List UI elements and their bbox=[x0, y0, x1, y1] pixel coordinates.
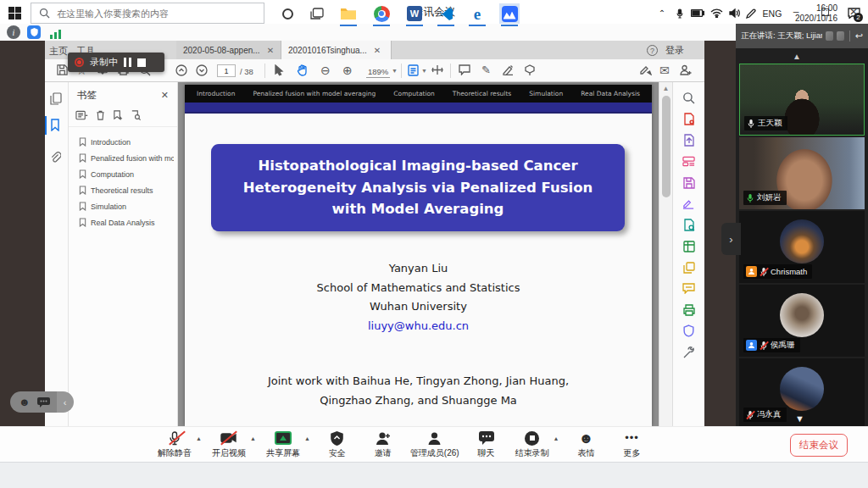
manage-members-button[interactable]: 管理成员(26) bbox=[410, 430, 459, 459]
highlight-pen-icon[interactable]: ✎ bbox=[481, 64, 491, 76]
tray-volume-icon[interactable] bbox=[726, 0, 743, 26]
close-tab-icon[interactable]: ✕ bbox=[267, 46, 274, 55]
zoom-dropdown-icon[interactable]: ▼ bbox=[392, 68, 398, 74]
collapse-pill-icon[interactable]: ‹ bbox=[57, 391, 74, 413]
scrollbar-thumb[interactable] bbox=[662, 96, 670, 197]
security-button[interactable]: 安全 bbox=[319, 430, 356, 459]
mic-options-caret[interactable]: ▲ bbox=[196, 435, 202, 441]
export-pdf-tool-icon[interactable] bbox=[682, 112, 696, 126]
page-thumbnails-icon[interactable] bbox=[50, 92, 64, 106]
fit-dropdown-icon[interactable]: ▼ bbox=[421, 68, 427, 74]
previous-page-icon[interactable] bbox=[175, 64, 187, 76]
zoom-in-icon[interactable]: ⊕ bbox=[342, 64, 353, 76]
bookmark-item[interactable]: Real Data Analysis bbox=[79, 214, 174, 230]
return-icon[interactable]: ↩ bbox=[855, 30, 863, 42]
bookmark-search-icon[interactable] bbox=[131, 110, 141, 120]
video-options-caret[interactable]: ▲ bbox=[250, 435, 256, 441]
tab-home[interactable]: 主页 bbox=[49, 43, 68, 59]
taskbar-search-box[interactable] bbox=[31, 3, 264, 24]
video-tile-speaking[interactable]: 王天颖 bbox=[739, 64, 865, 136]
select-tool-icon[interactable] bbox=[274, 64, 284, 76]
comment-icon[interactable] bbox=[459, 64, 470, 75]
chrome-icon[interactable] bbox=[371, 3, 392, 24]
cortana-button[interactable] bbox=[277, 3, 298, 24]
word-icon[interactable]: W bbox=[404, 3, 425, 24]
tencent-meeting-icon[interactable] bbox=[499, 3, 520, 24]
page-number-input[interactable] bbox=[217, 64, 236, 77]
video-tile[interactable]: 侯禹珊 bbox=[739, 285, 865, 357]
scroll-up-icon[interactable]: ▲ bbox=[659, 82, 672, 92]
tray-language-label[interactable]: ENG bbox=[760, 0, 784, 26]
tray-mic-icon[interactable] bbox=[672, 0, 687, 26]
organize-pages-tool-icon[interactable] bbox=[682, 260, 696, 274]
emoji-quick-icon[interactable]: ☻ bbox=[19, 396, 31, 408]
bookmark-item[interactable]: Theoretical results bbox=[79, 182, 174, 198]
email-icon[interactable]: ✉ bbox=[659, 64, 670, 76]
notification-center-icon[interactable]: 2 bbox=[843, 0, 865, 26]
close-panel-icon[interactable]: ✕ bbox=[161, 90, 169, 101]
pdf-scrollbar[interactable]: ▲ bbox=[659, 82, 672, 426]
add-person-icon[interactable] bbox=[680, 64, 692, 75]
tray-clock[interactable]: 16:00 2020/10/16 bbox=[787, 0, 839, 26]
task-view-button[interactable] bbox=[307, 3, 327, 24]
pause-recording-button[interactable] bbox=[124, 58, 131, 67]
video-tile[interactable]: Chrismath bbox=[739, 211, 865, 283]
record-options-caret[interactable]: ▲ bbox=[554, 435, 559, 441]
bookmark-item[interactable]: Penalized fusion with mode bbox=[79, 150, 174, 166]
page-width-icon[interactable] bbox=[431, 64, 443, 75]
sign-tool-icon[interactable] bbox=[682, 197, 696, 211]
delete-bookmark-icon[interactable] bbox=[96, 110, 105, 120]
tray-battery-icon[interactable] bbox=[689, 0, 706, 26]
comment-tool-icon[interactable] bbox=[682, 281, 696, 296]
bookmark-options-icon[interactable] bbox=[75, 110, 88, 120]
invite-button[interactable]: 邀请 bbox=[364, 430, 402, 459]
edge-icon[interactable]: e bbox=[467, 3, 487, 24]
hand-tool-icon[interactable] bbox=[297, 64, 309, 76]
attachments-icon[interactable] bbox=[50, 152, 64, 165]
share-options-caret[interactable]: ▲ bbox=[304, 435, 310, 441]
sign-in-link[interactable]: 登录 bbox=[665, 44, 684, 57]
fit-page-icon[interactable] bbox=[408, 64, 419, 76]
create-pdf-tool-icon[interactable] bbox=[682, 133, 696, 147]
meeting-security-icon[interactable] bbox=[27, 25, 41, 39]
search-tool-icon[interactable] bbox=[682, 91, 696, 105]
close-tab-icon[interactable]: ✕ bbox=[374, 46, 381, 55]
bookmark-item[interactable]: Introduction bbox=[79, 134, 174, 150]
more-tools-icon[interactable] bbox=[682, 345, 696, 359]
scroll-videos-down-icon[interactable]: ▼ bbox=[795, 413, 804, 424]
video-tile[interactable]: 刘妍岩 bbox=[739, 137, 865, 209]
share-screen-button[interactable]: 共享屏幕 bbox=[264, 430, 302, 459]
save-as-tool-icon[interactable] bbox=[682, 175, 696, 190]
end-meeting-button[interactable]: 结束会议 bbox=[790, 434, 848, 457]
edit-pdf-tool-icon[interactable] bbox=[682, 154, 696, 169]
meeting-info-icon[interactable]: i bbox=[7, 25, 20, 39]
help-icon[interactable]: ? bbox=[647, 45, 658, 56]
start-video-button[interactable]: 开启视频 bbox=[210, 430, 248, 459]
document-tab-2-active[interactable]: 20201016Tsinghua... ✕ bbox=[281, 41, 392, 59]
search-input[interactable] bbox=[57, 8, 243, 19]
chat-quick-icon[interactable] bbox=[37, 397, 50, 408]
tray-expand-icon[interactable]: ⌃ bbox=[654, 0, 670, 26]
file-explorer-icon[interactable] bbox=[338, 3, 359, 24]
stop-record-button[interactable]: 结束录制 bbox=[514, 430, 551, 459]
windows-start-button[interactable] bbox=[8, 7, 21, 19]
zoom-out-icon[interactable]: ⊖ bbox=[320, 64, 331, 76]
tray-wifi-icon[interactable] bbox=[708, 0, 725, 26]
bookmarks-panel-icon[interactable] bbox=[50, 119, 64, 132]
zoom-level-value[interactable]: 189% bbox=[366, 67, 390, 78]
save-icon[interactable] bbox=[57, 64, 68, 75]
stamp-icon[interactable] bbox=[524, 64, 536, 75]
fill-sign-icon[interactable] bbox=[503, 64, 515, 75]
share-pen-icon[interactable] bbox=[640, 64, 652, 75]
unmute-button[interactable]: 解除静音 bbox=[156, 430, 193, 459]
export-excel-tool-icon[interactable] bbox=[682, 239, 696, 253]
bookmark-item[interactable]: Simulation bbox=[79, 198, 174, 214]
stop-recording-button[interactable] bbox=[137, 58, 146, 67]
author-email-link[interactable]: liuyy@whu.edu.cn bbox=[185, 317, 652, 336]
protect-tool-icon[interactable] bbox=[682, 324, 696, 338]
collapse-videos-up-icon[interactable]: ▲ bbox=[793, 52, 801, 61]
chat-button[interactable]: 聊天 bbox=[468, 430, 505, 459]
sidebar-collapse-handle[interactable]: › bbox=[721, 223, 741, 255]
vscode-icon[interactable] bbox=[436, 3, 456, 24]
compress-pdf-tool-icon[interactable] bbox=[682, 218, 696, 232]
